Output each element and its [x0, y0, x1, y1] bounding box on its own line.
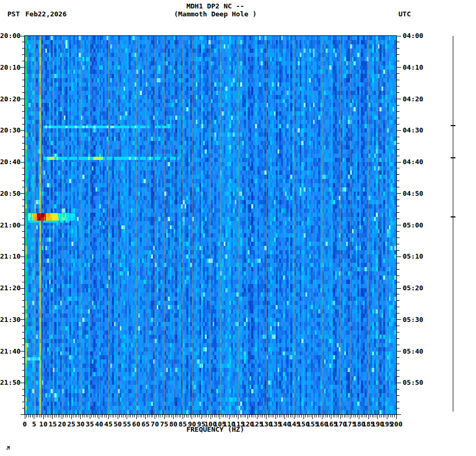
time-tick [21, 383, 25, 383]
freq-tick [281, 415, 281, 417]
freq-tick [60, 415, 60, 417]
freq-tick [208, 415, 209, 417]
time-tick [22, 187, 25, 187]
freq-tick [136, 415, 137, 419]
time-tick [22, 143, 25, 144]
freq-tick [381, 415, 382, 417]
freq-tick [337, 415, 337, 417]
freq-tick [370, 415, 370, 417]
freq-tick [110, 415, 110, 417]
time-tick [397, 92, 399, 93]
utc-time-label: 05:40 [403, 348, 423, 355]
time-tick [21, 319, 25, 320]
time-tick [22, 389, 25, 390]
freq-tick [376, 415, 376, 417]
freq-tick [54, 415, 55, 417]
freq-tick [255, 415, 255, 417]
freq-tick [234, 415, 235, 417]
time-tick [397, 395, 399, 396]
freq-tick [62, 415, 62, 419]
freq-tick [158, 415, 159, 417]
utc-time-label: 05:10 [403, 253, 423, 260]
freq-tick [366, 415, 367, 417]
time-tick [397, 376, 399, 377]
freq-tick [287, 415, 287, 417]
freq-tick [73, 415, 73, 417]
freq-tick [151, 415, 151, 417]
timezone-right-label: UTC [398, 11, 411, 18]
time-tick [397, 238, 399, 238]
freq-tick [231, 415, 231, 417]
freq-tick [188, 415, 188, 417]
freq-tick [173, 415, 174, 419]
time-tick [22, 332, 25, 332]
freq-tick [307, 415, 308, 417]
time-tick [22, 307, 25, 307]
freq-tick [144, 415, 144, 417]
time-tick [397, 370, 399, 370]
pst-time-label: 20:40 [0, 158, 20, 166]
freq-tick [149, 415, 149, 417]
time-tick [22, 300, 25, 301]
time-tick [21, 130, 25, 131]
freq-tick [333, 415, 334, 417]
time-tick [22, 105, 25, 106]
freq-tick [153, 415, 153, 417]
time-tick [22, 313, 25, 314]
freq-tick [155, 415, 155, 419]
time-tick [397, 54, 399, 55]
time-tick [397, 111, 399, 112]
time-tick [22, 206, 25, 206]
freq-tick [273, 415, 274, 417]
freq-tick [214, 415, 215, 417]
time-tick [397, 124, 399, 125]
pst-time-label: 21:10 [0, 253, 20, 260]
freq-tick [205, 415, 205, 417]
time-tick [22, 276, 25, 276]
time-tick [22, 168, 25, 168]
time-tick [397, 156, 399, 156]
utc-time-label: 04:10 [403, 64, 423, 71]
time-tick [22, 282, 25, 282]
freq-tick [357, 415, 358, 417]
freq-tick [242, 415, 242, 417]
pst-time-label: 20:20 [0, 96, 20, 103]
freq-tick [211, 415, 211, 419]
time-tick [22, 376, 25, 377]
freq-tick [240, 415, 241, 417]
freq-tick [225, 415, 226, 417]
freq-tick [199, 415, 199, 417]
utc-time-label: 05:20 [403, 284, 423, 292]
time-tick [22, 338, 25, 339]
freq-tick [342, 415, 342, 417]
freq-tick [315, 415, 315, 417]
freq-tick [30, 415, 31, 417]
freq-tick [346, 415, 346, 417]
time-tick [22, 61, 25, 61]
freq-tick [79, 415, 79, 417]
frequency-axis-title: FREQUENCY (HZ) [25, 426, 406, 433]
timezone-left-label: PST [7, 11, 20, 18]
freq-tick [179, 415, 179, 417]
time-tick [397, 269, 399, 270]
freq-tick [56, 415, 56, 417]
freq-tick [108, 415, 109, 419]
utc-time-label: 04:40 [403, 158, 423, 166]
freq-tick [121, 415, 122, 417]
time-tick [397, 294, 399, 294]
time-tick [397, 143, 399, 144]
spectrogram-figure: MDH1 DP2 NC -- (Mammoth Deep Hole ) PST … [0, 0, 476, 456]
freq-tick [268, 415, 269, 417]
time-tick [22, 180, 25, 181]
freq-tick [329, 415, 330, 417]
freq-tick [201, 415, 202, 419]
freq-tick [26, 415, 27, 417]
freq-tick [365, 415, 365, 417]
freq-tick [177, 415, 177, 417]
freq-tick [327, 415, 328, 417]
freq-tick [119, 415, 120, 417]
freq-tick [113, 415, 114, 417]
time-tick [397, 130, 401, 131]
utc-time-label: 04:00 [403, 32, 423, 40]
freq-tick [338, 415, 339, 417]
